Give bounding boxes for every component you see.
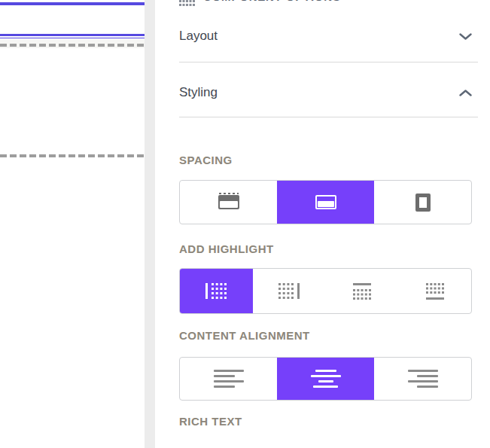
drag-handle-dots-icon — [179, 0, 195, 6]
alignment-section-label: CONTENT ALIGNMENT — [179, 329, 310, 342]
alignment-button-group — [179, 357, 472, 401]
align-right-icon — [408, 370, 438, 388]
accordion-styling[interactable]: Styling — [179, 75, 472, 111]
spacing-section-label: SPACING — [179, 154, 233, 166]
highlight-option-top[interactable] — [326, 269, 399, 313]
spacing-button-group — [179, 180, 472, 224]
highlight-top-icon — [353, 283, 371, 300]
highlight-bottom-icon — [426, 283, 444, 300]
panel-title: COMPONENT OPTIONS — [203, 0, 341, 4]
preview-section-border-top — [0, 2, 145, 5]
spacing-option-sides[interactable] — [374, 181, 471, 224]
align-left-icon — [214, 370, 244, 388]
chevron-up-icon — [459, 90, 472, 96]
accordion-styling-label: Styling — [179, 85, 218, 100]
preview-section-border-thin — [0, 38, 145, 38]
canvas-panel-gutter — [145, 0, 155, 448]
accordion-layout-label: Layout — [179, 29, 218, 44]
divider — [179, 117, 478, 117]
component-options-panel: COMPONENT OPTIONS Layout Styling SPACING — [155, 0, 490, 448]
chevron-down-icon — [459, 33, 472, 40]
rich-text-section-label: RICH TEXT — [179, 415, 242, 428]
spacing-option-top[interactable] — [180, 181, 277, 224]
alignment-option-left[interactable] — [180, 358, 277, 400]
alignment-option-right[interactable] — [374, 358, 471, 400]
highlight-right-icon — [278, 283, 300, 299]
highlight-option-right[interactable] — [253, 269, 326, 313]
preview-dashed-dropzone-top — [0, 44, 145, 47]
preview-section-border-bottom — [0, 34, 145, 36]
divider — [179, 62, 478, 62]
highlight-section-label: ADD HIGHLIGHT — [179, 242, 274, 255]
page-preview-canvas[interactable] — [0, 0, 145, 448]
app-root: COMPONENT OPTIONS Layout Styling SPACING — [0, 0, 490, 448]
accordion-layout[interactable]: Layout — [179, 18, 472, 54]
spacing-bottom-icon — [315, 195, 336, 209]
spacing-top-icon — [218, 195, 239, 209]
spacing-option-bottom[interactable] — [277, 181, 374, 224]
preview-dashed-dropzone-bottom — [0, 154, 145, 157]
alignment-option-center[interactable] — [277, 358, 374, 400]
highlight-option-bottom[interactable] — [398, 269, 471, 313]
highlight-option-left[interactable] — [180, 269, 253, 313]
highlight-left-icon — [205, 283, 227, 299]
spacing-sides-icon — [415, 194, 431, 212]
highlight-button-group — [179, 268, 472, 314]
align-center-icon — [311, 370, 341, 388]
